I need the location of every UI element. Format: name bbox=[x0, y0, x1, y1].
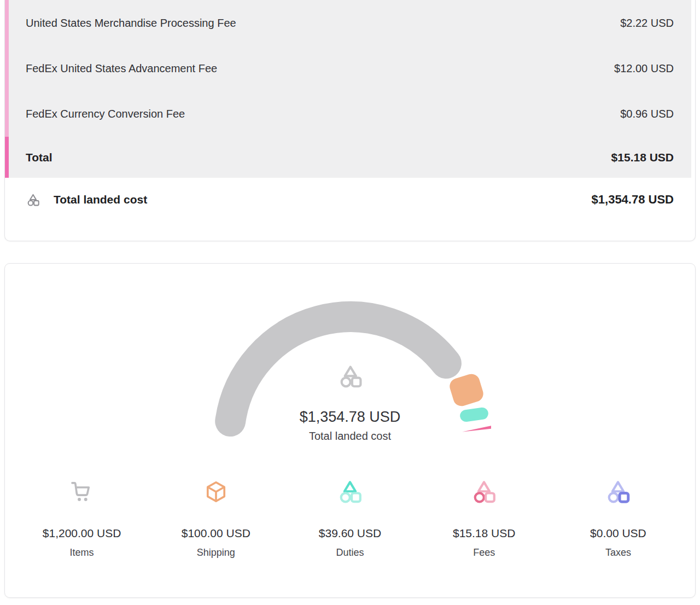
fees-breakdown-card: United States Merchandise Processing Fee… bbox=[4, 0, 696, 241]
triangle-shape bbox=[612, 482, 623, 491]
total-landed-cost-label: Total landed cost bbox=[54, 193, 147, 206]
cost-breakdown-legend: $1,200.00 USD Items $100.00 USD Shipping bbox=[5, 479, 695, 559]
fee-label: FedEx United States Advancement Fee bbox=[26, 62, 217, 75]
fee-row: FedEx Currency Conversion Fee $0.96 USD bbox=[5, 91, 691, 137]
circle-shape bbox=[28, 200, 33, 205]
landed-cost-gauge-card: $1,354.78 USD Total landed cost $1,200.0… bbox=[4, 263, 696, 598]
legend-item-duties: $39.60 USD Duties bbox=[283, 479, 417, 559]
gauge-segment-items bbox=[230, 317, 446, 421]
square-shape bbox=[352, 378, 361, 387]
legend-label: Fees bbox=[473, 547, 495, 559]
legend-amount: $100.00 USD bbox=[182, 526, 250, 540]
fee-total-label: Total bbox=[26, 151, 52, 164]
total-landed-cost-value: $1,354.78 USD bbox=[592, 193, 674, 207]
shapes-trio-icon bbox=[337, 479, 363, 504]
fee-value: $2.22 USD bbox=[620, 17, 674, 30]
legend-amount: $39.60 USD bbox=[319, 526, 381, 540]
square-shape bbox=[352, 493, 360, 502]
fee-value: $12.00 USD bbox=[614, 62, 674, 75]
triangle-shape bbox=[479, 482, 489, 491]
legend-item-taxes: $0.00 USD Taxes bbox=[551, 479, 685, 559]
landed-cost-page: United States Merchandise Processing Fee… bbox=[0, 0, 700, 605]
legend-label: Taxes bbox=[605, 547, 631, 559]
circle-shape bbox=[609, 493, 618, 502]
triangle-shape bbox=[345, 482, 355, 491]
triangle-shape bbox=[345, 367, 356, 376]
legend-amount: $15.18 USD bbox=[453, 526, 515, 540]
fee-table: United States Merchandise Processing Fee… bbox=[5, 0, 691, 178]
square-shape bbox=[620, 493, 628, 502]
fee-total-value: $15.18 USD bbox=[611, 151, 674, 164]
legend-item-fees: $15.18 USD Fees bbox=[417, 479, 551, 559]
gauge-center-value: $1,354.78 USD bbox=[5, 409, 695, 426]
total-landed-cost-row: Total landed cost $1,354.78 USD bbox=[5, 178, 695, 207]
circle-shape bbox=[475, 493, 484, 502]
shapes-trio-icon bbox=[471, 479, 497, 504]
legend-label: Shipping bbox=[197, 547, 235, 559]
fee-label: FedEx Currency Conversion Fee bbox=[26, 108, 185, 120]
legend-amount: $1,200.00 USD bbox=[43, 526, 121, 540]
shapes-trio-icon bbox=[605, 479, 631, 504]
gauge-center-label: Total landed cost bbox=[5, 430, 695, 443]
square-shape bbox=[34, 200, 39, 205]
gauge-segment-shipping bbox=[448, 372, 486, 408]
package-icon bbox=[204, 480, 228, 504]
legend-item-shipping: $100.00 USD Shipping bbox=[149, 479, 283, 559]
square-shape bbox=[486, 493, 494, 502]
fee-label: United States Merchandise Processing Fee bbox=[26, 17, 236, 30]
legend-item-items: $1,200.00 USD Items bbox=[15, 479, 149, 559]
fee-row: FedEx United States Advancement Fee $12.… bbox=[5, 46, 691, 91]
cart-icon bbox=[69, 479, 95, 504]
circle-shape bbox=[342, 377, 351, 386]
triangle-shape bbox=[30, 194, 36, 199]
fee-row: United States Merchandise Processing Fee… bbox=[5, 0, 691, 46]
fee-value: $0.96 USD bbox=[620, 108, 674, 120]
legend-amount: $0.00 USD bbox=[590, 526, 646, 540]
legend-label: Items bbox=[70, 547, 94, 559]
shapes-trio-icon bbox=[26, 193, 40, 207]
legend-label: Duties bbox=[336, 547, 364, 559]
circle-shape bbox=[341, 493, 350, 502]
fee-total-row: Total $15.18 USD bbox=[5, 137, 691, 178]
shapes-trio-icon bbox=[342, 367, 361, 387]
